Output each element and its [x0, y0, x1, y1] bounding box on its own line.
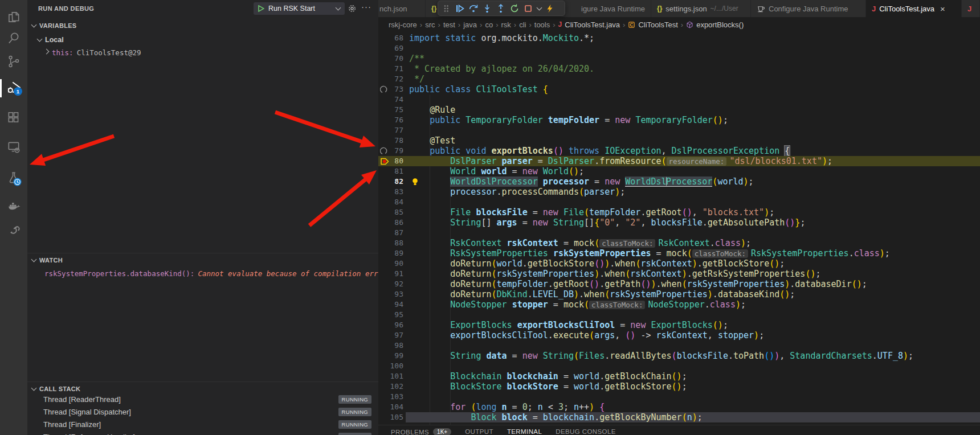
thread-row[interactable]: Thread [Finalizer]RUNNING [27, 419, 378, 430]
code-line-74[interactable]: 74 [378, 95, 980, 105]
call-stack-section-divider [27, 381, 378, 382]
continue-button[interactable] [453, 1, 467, 15]
code-line-75[interactable]: 75 @Rule [378, 105, 980, 115]
code-line-72[interactable]: 72 */ [378, 74, 980, 84]
code-text: for (long n = 0; n < 3; n++) { [409, 402, 605, 412]
code-line-82[interactable]: 82 WorldDslProcessor processor = new Wor… [378, 177, 980, 187]
code-line-81[interactable]: 81 World world = new World(); [378, 166, 980, 177]
explorer-icon[interactable] [0, 6, 27, 28]
variables-scope-local[interactable]: Local [27, 34, 378, 46]
code-line-69[interactable]: 69 [378, 43, 980, 54]
code-line-105[interactable]: 105 Block block = blockchain.getBlockByN… [378, 412, 980, 422]
breadcrumb-separator: › [623, 20, 625, 29]
tab-nch.json[interactable]: nch.json [378, 0, 426, 17]
panel-tab-terminal[interactable]: TERMINAL [507, 428, 542, 435]
panel-tab-debug-console[interactable]: DEBUG CONSOLE [556, 428, 616, 435]
testing-icon[interactable] [0, 167, 27, 190]
breadcrumb-separator: › [514, 20, 516, 29]
code-line-88[interactable]: 88 RskContext rskContext = mock(classToM… [378, 238, 980, 248]
code-line-89[interactable]: 89 RskSystemProperties rskSystemProperti… [378, 248, 980, 258]
code-line-68[interactable]: 68import static org.mockito.Mockito.*; [378, 33, 980, 43]
tab-CliToolsTest.java[interactable]: JCliToolsTest.java× [866, 0, 962, 17]
line-number: 72 [378, 74, 403, 84]
source-control-icon[interactable] [0, 50, 27, 73]
code-line-84[interactable]: 84 [378, 197, 980, 207]
code-line-73[interactable]: 73public class CliToolsTest { [378, 84, 980, 95]
breadcrumb-item[interactable]: java [463, 20, 477, 29]
code-line-100[interactable]: 100 [378, 361, 980, 371]
variable-name: this: [52, 48, 74, 57]
more-actions-icon[interactable]: ··· [361, 2, 371, 11]
panel-tab-output[interactable]: OUTPUT [465, 428, 493, 435]
line-number: 89 [378, 248, 403, 258]
stop-dropdown-chevron[interactable] [535, 1, 543, 15]
code-line-78[interactable]: 78 @Test [378, 136, 980, 146]
stop-button[interactable] [521, 1, 535, 15]
run-and-debug-icon[interactable]: 1 [0, 76, 27, 99]
code-line-94[interactable]: 94 NodeStopper stopper = mock(classToMoc… [378, 299, 980, 310]
gradle-icon[interactable] [0, 219, 27, 242]
breadcrumb-item[interactable]: src [425, 20, 435, 29]
hot-code-replace-button[interactable] [543, 1, 557, 15]
watch-expression-row[interactable]: rskSystemProperties.databaseKind(): Cann… [27, 268, 378, 279]
remote-explorer-icon[interactable] [0, 136, 27, 158]
code-line-103[interactable]: 103 [378, 392, 980, 402]
code-line-92[interactable]: 92 doReturn(tempFolder.getRoot().getPath… [378, 279, 980, 289]
tab-partial-6[interactable]: J [962, 0, 980, 17]
code-line-98[interactable]: 98 [378, 340, 980, 351]
code-line-71[interactable]: 71 * Created by ajlopez on 26/04/2020. [378, 64, 980, 74]
close-icon[interactable]: × [940, 4, 945, 14]
variables-section-header[interactable]: VARIABLES [27, 20, 378, 31]
tab-settings.json[interactable]: {}settings.json~/.../User [651, 0, 751, 17]
breadcrumb-item[interactable]: co [485, 20, 493, 29]
code-line-86[interactable]: 86 String[] args = new String[]{"0", "2"… [378, 217, 980, 228]
breadcrumb: rskj-core›src›test›java›co›rsk›cli›tools… [378, 17, 980, 32]
code-line-104[interactable]: 104 for (long n = 0; n < 3; n++) { [378, 402, 980, 412]
step-into-button[interactable] [480, 1, 494, 15]
docker-icon[interactable] [0, 195, 27, 217]
breadcrumb-file[interactable]: CliToolsTest.java [565, 20, 620, 29]
extensions-icon[interactable] [0, 106, 27, 129]
breadcrumb-item[interactable]: tools [534, 20, 550, 29]
breadcrumb-item[interactable]: test [443, 20, 455, 29]
code-line-93[interactable]: 93 doReturn(DbKind.LEVEL_DB).when(rskSys… [378, 289, 980, 299]
code-line-96[interactable]: 96 ExportBlocks exportBlocksCliTool = ne… [378, 320, 980, 330]
step-over-button[interactable] [467, 1, 480, 15]
watch-section-header[interactable]: WATCH [27, 255, 378, 265]
code-line-70[interactable]: 70/** [378, 54, 980, 64]
thread-row[interactable]: Thread [Signal Dispatcher]RUNNING [27, 407, 378, 418]
code-line-79[interactable]: 79 public void exportBlocks() throws IOE… [378, 146, 980, 156]
breadcrumb-item[interactable]: rskj-core [389, 20, 417, 29]
code-line-83[interactable]: 83 processor.processCommands(parser); [378, 187, 980, 197]
panel-tab-problems[interactable]: PROBLEMS1K+ [391, 428, 451, 435]
code-line-95[interactable]: 95 [378, 310, 980, 320]
code-line-87[interactable]: 87 [378, 228, 980, 238]
breadcrumb-item[interactable]: cli [519, 20, 526, 29]
breadcrumb-class[interactable]: CliToolsTest [638, 20, 677, 29]
code-editor[interactable]: 68import static org.mockito.Mockito.*;69… [378, 32, 980, 426]
breadcrumb-method[interactable]: exportBlocks() [696, 20, 744, 29]
editor-group: nch.json{}igure Java Runtime{}settings.j… [378, 0, 980, 435]
gear-icon[interactable] [348, 4, 357, 13]
code-line-99[interactable]: 99 String data = new String(Files.readAl… [378, 351, 980, 361]
thread-row[interactable]: Thread [Reference Handler]RUNNING [27, 432, 378, 435]
thread-row[interactable]: Thread [ReaderThread]RUNNING [27, 394, 378, 405]
code-line-80[interactable]: 80 DslParser parser = DslParser.fromReso… [378, 156, 980, 166]
code-line-97[interactable]: 97 exportBlocksCliTool.execute(args, () … [378, 330, 980, 340]
code-line-76[interactable]: 76 public TemporaryFolder tempFolder = n… [378, 115, 980, 125]
code-line-91[interactable]: 91 doReturn(rskSystemProperties).when(rs… [378, 269, 980, 279]
variable-this[interactable]: this: CliToolsTest@29 [27, 47, 378, 58]
code-line-102[interactable]: 102 BlockStore blockStore = world.getBlo… [378, 381, 980, 392]
run-config-dropdown[interactable]: Run RSK Start [254, 2, 345, 15]
step-out-button[interactable] [494, 1, 508, 15]
breadcrumb-item[interactable]: rsk [501, 20, 511, 29]
code-line-77[interactable]: 77 [378, 125, 980, 136]
search-icon[interactable] [0, 27, 27, 50]
tab-Configure Java Runtime[interactable]: Configure Java Runtime [751, 0, 866, 17]
code-line-101[interactable]: 101 Blockchain blockchain = world.getBlo… [378, 371, 980, 381]
code-line-85[interactable]: 85 File blocksFile = new File(tempFolder… [378, 207, 980, 217]
toolbar-drag-handle[interactable] [439, 1, 453, 15]
code-line-90[interactable]: 90 doReturn(world.getBlockStore()).when(… [378, 258, 980, 269]
call-stack-section-header[interactable]: CALL STACK [27, 384, 378, 394]
restart-button[interactable] [508, 1, 521, 15]
